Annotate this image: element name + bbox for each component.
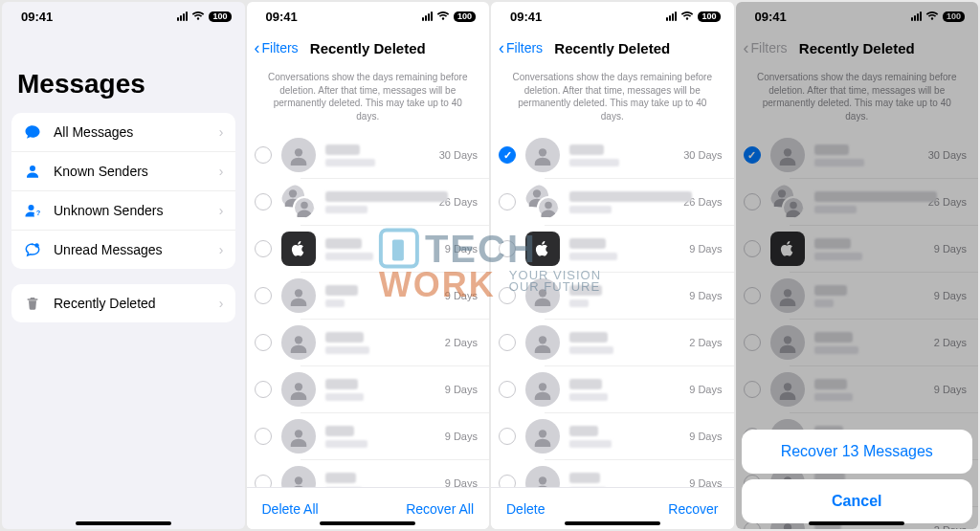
days-remaining: 9 Days [689, 290, 722, 301]
select-radio[interactable] [499, 381, 516, 398]
screen-action-sheet: 09:41 100 ‹Filters Recently Deleted Conv… [736, 2, 979, 529]
conversation-row[interactable]: 9 Days [247, 226, 490, 272]
select-radio[interactable] [255, 193, 272, 210]
wifi-icon [191, 11, 205, 21]
select-radio[interactable] [255, 334, 272, 351]
cancel-button[interactable]: Cancel [742, 479, 973, 523]
conversation-info [814, 144, 921, 166]
conversation-row[interactable]: 30 Days [736, 132, 979, 178]
page-title: Messages [2, 31, 245, 113]
svg-point-9 [294, 383, 301, 390]
conversation-row[interactable]: 2 Days [491, 320, 734, 365]
nav-title: Recently Deleted [554, 40, 670, 56]
select-radio[interactable] [499, 240, 516, 257]
select-radio[interactable] [499, 146, 516, 164]
days-remaining: 2 Days [445, 337, 478, 348]
conversation-row[interactable]: 9 Days [736, 226, 979, 272]
conversation-row[interactable]: 2 Days [247, 320, 490, 365]
filter-label: Recently Deleted [54, 296, 156, 311]
svg-point-18 [539, 336, 546, 343]
recover-all-button[interactable]: Recover All [406, 501, 474, 517]
conversation-row[interactable]: 9 Days [491, 226, 734, 272]
avatar-person [525, 278, 560, 313]
delete-button[interactable]: Delete [506, 501, 545, 517]
select-radio[interactable] [255, 146, 272, 164]
select-radio[interactable] [744, 146, 761, 164]
conversation-info [569, 332, 681, 354]
days-remaining: 2 Days [934, 337, 967, 348]
conversation-info [325, 473, 437, 488]
conversation-info [814, 191, 921, 213]
recover-messages-button[interactable]: Recover 13 Messages [742, 430, 973, 474]
status-bar: 09:41 100 [491, 2, 734, 31]
svg-point-20 [539, 430, 546, 437]
signal-icon [422, 11, 433, 21]
conversation-row[interactable]: 9 Days [247, 413, 490, 459]
svg-point-28 [783, 336, 791, 343]
recover-button[interactable]: Recover [668, 501, 718, 517]
select-radio[interactable] [499, 193, 516, 210]
conversation-row[interactable]: 9 Days [247, 460, 490, 487]
days-remaining: 30 Days [928, 149, 967, 161]
conversation-info [814, 379, 926, 401]
conversation-row[interactable]: 9 Days [736, 273, 979, 319]
filter-label: All Messages [54, 124, 133, 140]
filter-unknown-senders[interactable]: ? Unknown Senders › [11, 190, 235, 230]
svg-point-8 [294, 336, 301, 343]
conversation-row[interactable]: 9 Days [491, 460, 734, 487]
select-radio[interactable] [255, 475, 272, 487]
svg-point-24 [783, 148, 791, 156]
conversation-row[interactable]: 30 Days [491, 132, 734, 178]
back-button[interactable]: ‹Filters [255, 39, 299, 56]
avatar-person [525, 138, 560, 172]
avatar-person [770, 278, 805, 313]
filter-unread-messages[interactable]: Unread Messages › [11, 230, 235, 269]
chevron-left-icon: ‹ [499, 39, 504, 56]
delete-all-button[interactable]: Delete All [262, 501, 319, 517]
conversation-row[interactable]: 30 Days [247, 132, 490, 178]
svg-point-4 [294, 148, 301, 156]
trash-icon [23, 294, 42, 313]
deleted-list: 30 Days26 Days9 Days9 Days2 Days9 Days9 … [247, 132, 490, 487]
avatar-person [525, 466, 560, 487]
conversation-row[interactable]: 9 Days [736, 366, 979, 412]
select-radio[interactable] [499, 334, 516, 351]
conversation-row[interactable]: 9 Days [247, 366, 490, 412]
select-radio[interactable] [255, 428, 272, 445]
select-radio[interactable] [744, 381, 761, 398]
select-radio[interactable] [744, 287, 761, 304]
conversation-row[interactable]: 26 Days [491, 179, 734, 225]
select-radio[interactable] [744, 193, 761, 210]
battery-icon: 100 [209, 11, 231, 22]
select-radio[interactable] [499, 287, 516, 304]
filter-recently-deleted[interactable]: Recently Deleted › [11, 284, 235, 322]
filter-label: Unread Messages [54, 242, 163, 257]
select-radio[interactable] [255, 240, 272, 257]
select-radio[interactable] [255, 287, 272, 304]
select-radio[interactable] [499, 428, 516, 445]
conversation-row[interactable]: 9 Days [491, 366, 734, 412]
select-radio[interactable] [744, 240, 761, 257]
avatar-person [281, 466, 316, 487]
back-button[interactable]: ‹Filters [499, 39, 543, 56]
select-radio[interactable] [744, 334, 761, 351]
conversation-info [814, 238, 926, 260]
conversation-row[interactable]: 2 Days [736, 320, 979, 365]
filter-known-senders[interactable]: Known Senders › [11, 151, 235, 190]
days-remaining: 9 Days [934, 243, 967, 254]
conversation-row[interactable]: 9 Days [247, 273, 490, 319]
filter-label: Unknown Senders [54, 203, 163, 218]
conversation-row[interactable]: 9 Days [491, 413, 734, 459]
deleted-list: 30 Days26 Days9 Days9 Days2 Days9 Days9 … [491, 132, 734, 487]
conversation-row[interactable]: 9 Days [491, 273, 734, 319]
conversation-row[interactable]: 26 Days [736, 179, 979, 225]
select-radio[interactable] [255, 381, 272, 398]
avatar-person [281, 372, 316, 407]
svg-point-27 [783, 289, 791, 297]
avatar-person [281, 138, 316, 172]
conversation-row[interactable]: 26 Days [247, 179, 490, 225]
select-radio[interactable] [499, 475, 516, 487]
conversation-info [569, 473, 681, 488]
filter-all-messages[interactable]: All Messages › [11, 113, 235, 151]
days-remaining: 9 Days [445, 243, 478, 254]
